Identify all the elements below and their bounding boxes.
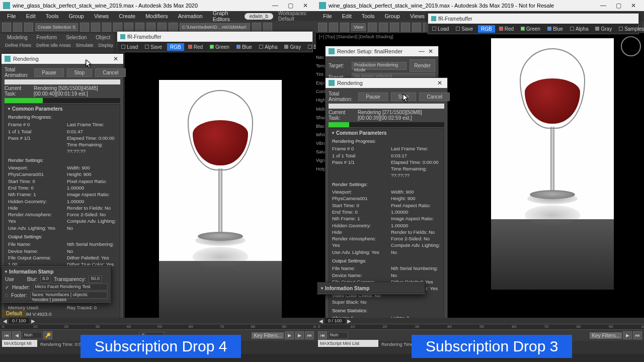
fb-load[interactable]: Load [429,25,452,33]
menu-views[interactable]: Views [89,12,114,20]
menu-group[interactable]: Group [379,12,405,20]
close-button[interactable]: ✕ [298,1,313,11]
menu-animation[interactable]: Animation [173,12,208,20]
tool-icon[interactable] [340,23,349,32]
tool-icon[interactable] [263,23,272,32]
fb-alpha[interactable]: Alpha [256,43,281,51]
tool-icon[interactable] [169,23,178,32]
fb-green[interactable]: Green [207,43,232,51]
menu-group[interactable]: Group [63,12,89,20]
play[interactable]: ▶ [623,331,632,339]
time-ruler[interactable]: 0102030405060708090100 [316,324,644,330]
header-input[interactable]: Micro Facet Rendering Test [33,284,108,291]
tool-icon[interactable] [318,23,327,32]
time-field[interactable]: 0 / 100 [9,318,29,324]
key-filters-button[interactable]: Key Filters... [252,332,284,339]
titlebar[interactable]: wine_glass_black_perfect_stack_wine_2019… [316,0,644,11]
prev-frame[interactable]: ◀ [12,331,21,339]
tool-icon[interactable] [379,23,388,32]
fb-save[interactable]: Save [453,25,476,33]
tool-icon[interactable] [368,23,377,32]
menu-create[interactable]: Create [114,12,140,20]
target-dropdown[interactable]: Production Rendering Mode [352,62,407,70]
footer-input[interactable]: faces: %numfaces | objects: %nodes | pas… [30,292,108,299]
time-field[interactable]: 0 / 100 [325,318,345,324]
time-ruler[interactable]: 0102030405060708090100 [0,324,316,330]
render-button[interactable]: Render [410,59,435,72]
selection-set-dropdown[interactable]: Create Selection S [35,23,78,31]
minimize-icon[interactable]: — [417,48,426,55]
menu-file[interactable]: File [318,12,337,20]
viewport[interactable] [125,49,316,362]
fb-green[interactable]: Green [518,25,543,33]
define-idle[interactable]: Define Idle Areas [34,43,73,48]
goto-start[interactable]: ⏮ [318,331,327,339]
tool-icon[interactable] [329,23,338,32]
menu-edit[interactable]: Edit [337,12,357,20]
transparency-input[interactable]: 50.0 [89,276,102,283]
user-badge[interactable]: edwin_b [245,13,273,20]
tool-icon[interactable] [157,23,167,32]
link-button[interactable] [24,23,33,32]
minimize-button[interactable]: — [268,1,283,11]
play[interactable]: ▶ [285,331,294,339]
close-button[interactable]: ✕ [626,1,641,11]
cancel-button[interactable]: Cancel [95,68,126,77]
tool-icon[interactable] [401,23,410,32]
goto-end[interactable]: ⏭ [305,331,314,339]
minimize-button[interactable]: — [596,1,611,11]
maxscript-listener[interactable]: MAXScript Mi [2,340,37,347]
fb-alpha[interactable]: Alpha [567,25,592,33]
titlebar[interactable]: wine_glass_black_perfect_stack_wine_2019… [0,0,316,11]
fb-gray[interactable]: Gray [592,25,615,33]
fb-save[interactable]: Save [142,43,165,51]
menu-modifiers[interactable]: Modifiers [140,12,173,20]
menu-views[interactable]: Views [405,12,430,20]
tool-icon[interactable] [113,23,122,32]
pause-button[interactable]: Pause [34,68,63,77]
menu-edit[interactable]: Edit [21,12,41,20]
maximize-button[interactable]: ▢ [611,1,626,11]
close-icon[interactable]: ✕ [111,55,120,62]
non-input[interactable]: Non [328,332,348,339]
close-icon[interactable]: ✕ [435,79,444,86]
info-stamp-header[interactable]: Information Stamp [5,269,108,275]
menu-tools[interactable]: Tools [357,12,380,20]
ribbon-freeform[interactable]: Freeform [33,35,61,40]
ribbon-selection[interactable]: Selection [62,35,91,40]
tool-icon[interactable] [146,23,155,32]
maxscript-listener[interactable]: MAXScript Mini List [318,340,378,347]
fb-rgb[interactable]: RGB [478,25,495,33]
cancel-button[interactable]: Cancel [419,93,450,101]
framebuffer-window[interactable]: fR-Framebuffer Load Save RGB Red Green B… [428,13,639,34]
tool-icon[interactable] [390,23,399,32]
menu-tools[interactable]: Tools [41,12,64,20]
ribbon-object[interactable]: Object [92,35,114,40]
maximize-button[interactable]: ▢ [283,1,298,11]
stop-button[interactable]: Stop [391,93,417,101]
define-flows[interactable]: Define Flows [3,43,33,48]
fb-samples[interactable]: Samples [616,25,644,33]
pause-button[interactable]: Pause [358,93,387,101]
rendering-dialog[interactable]: Rendering✕ Total Animation: Pause Stop C… [325,77,448,358]
fb-load[interactable]: Load [118,43,141,51]
common-params-header[interactable]: Common Parameters [332,130,441,136]
fb-rgb[interactable]: RGB [167,43,184,51]
tool-icon[interactable] [412,23,421,32]
fb-blue[interactable]: Blue [544,25,566,33]
tool-icon[interactable] [252,23,261,32]
simulate[interactable]: Simulate [74,43,96,48]
tool-icon[interactable] [135,23,144,32]
redo-button[interactable] [13,23,22,32]
info-stamp-header[interactable]: Information Stamp [321,286,422,291]
tool-icon[interactable] [80,23,89,32]
non-input[interactable]: Non [22,332,42,339]
display[interactable]: Display [97,43,116,48]
ribbon-modeling[interactable]: Modeling [3,35,32,40]
tool-icon[interactable] [102,23,111,32]
key-filters-button[interactable]: Key Filters... [590,332,622,339]
viewcube[interactable] [621,36,641,56]
stop-button[interactable]: Stop [67,68,93,77]
fb-red[interactable]: Red [496,25,517,33]
undo-button[interactable] [2,23,11,32]
